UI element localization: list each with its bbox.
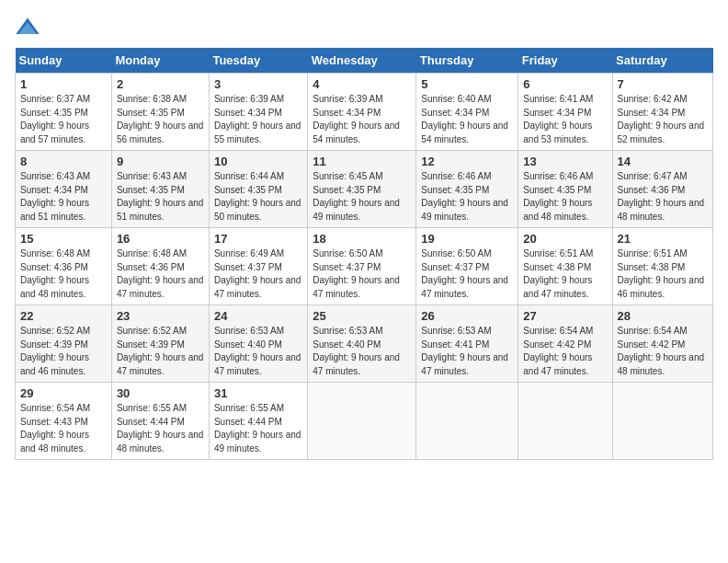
day-detail: Sunrise: 6:54 AMSunset: 4:42 PMDaylight:… — [618, 325, 708, 378]
calendar-cell: 1Sunrise: 6:37 AMSunset: 4:35 PMDaylight… — [16, 74, 112, 151]
day-number: 17 — [214, 232, 302, 246]
calendar-cell: 6Sunrise: 6:41 AMSunset: 4:34 PMDaylight… — [518, 74, 612, 151]
day-detail: Sunrise: 6:47 AMSunset: 4:36 PMDaylight:… — [618, 170, 708, 224]
calendar-week-1: 1Sunrise: 6:37 AMSunset: 4:35 PMDaylight… — [16, 74, 713, 151]
day-number: 19 — [421, 232, 513, 246]
header-wednesday: Wednesday — [308, 48, 416, 74]
day-number: 23 — [117, 309, 204, 323]
calendar-cell: 24Sunrise: 6:53 AMSunset: 4:40 PMDayligh… — [209, 305, 307, 383]
calendar-week-5: 29Sunrise: 6:54 AMSunset: 4:43 PMDayligh… — [16, 383, 713, 460]
calendar-cell: 26Sunrise: 6:53 AMSunset: 4:41 PMDayligh… — [416, 305, 518, 383]
day-detail: Sunrise: 6:52 AMSunset: 4:39 PMDaylight:… — [117, 325, 204, 378]
calendar-cell: 16Sunrise: 6:48 AMSunset: 4:36 PMDayligh… — [111, 228, 209, 305]
day-number: 10 — [214, 155, 302, 168]
day-number: 20 — [523, 232, 607, 246]
day-number: 12 — [421, 155, 513, 168]
calendar-cell: 3Sunrise: 6:39 AMSunset: 4:34 PMDaylight… — [209, 74, 307, 151]
day-number: 11 — [313, 155, 411, 168]
day-number: 13 — [523, 155, 607, 168]
calendar-cell: 5Sunrise: 6:40 AMSunset: 4:34 PMDaylight… — [416, 74, 518, 151]
calendar-cell: 27Sunrise: 6:54 AMSunset: 4:42 PMDayligh… — [518, 305, 612, 383]
calendar-cell: 20Sunrise: 6:51 AMSunset: 4:38 PMDayligh… — [518, 228, 612, 305]
day-detail: Sunrise: 6:53 AMSunset: 4:40 PMDaylight:… — [214, 325, 302, 378]
calendar-week-4: 22Sunrise: 6:52 AMSunset: 4:39 PMDayligh… — [16, 305, 713, 383]
day-number: 15 — [20, 232, 107, 246]
day-detail: Sunrise: 6:38 AMSunset: 4:35 PMDaylight:… — [117, 93, 204, 146]
day-detail: Sunrise: 6:39 AMSunset: 4:34 PMDaylight:… — [214, 93, 302, 146]
day-number: 31 — [214, 386, 302, 400]
header-friday: Friday — [518, 48, 612, 74]
day-number: 5 — [421, 77, 513, 91]
calendar-cell: 30Sunrise: 6:55 AMSunset: 4:44 PMDayligh… — [111, 383, 209, 460]
day-detail: Sunrise: 6:48 AMSunset: 4:36 PMDaylight:… — [20, 247, 107, 301]
day-number: 16 — [117, 232, 204, 246]
day-detail: Sunrise: 6:53 AMSunset: 4:41 PMDaylight:… — [421, 325, 513, 378]
header-sunday: Sunday — [16, 48, 112, 74]
logo-icon — [15, 15, 40, 40]
calendar-cell: 29Sunrise: 6:54 AMSunset: 4:43 PMDayligh… — [16, 383, 112, 460]
day-detail: Sunrise: 6:46 AMSunset: 4:35 PMDaylight:… — [421, 170, 513, 224]
logo — [15, 15, 44, 40]
calendar-cell — [612, 383, 712, 460]
day-number: 22 — [20, 309, 107, 323]
day-detail: Sunrise: 6:52 AMSunset: 4:39 PMDaylight:… — [20, 325, 107, 378]
day-detail: Sunrise: 6:53 AMSunset: 4:40 PMDaylight:… — [313, 325, 411, 378]
calendar-cell: 25Sunrise: 6:53 AMSunset: 4:40 PMDayligh… — [308, 305, 416, 383]
day-number: 3 — [214, 77, 302, 91]
calendar-cell: 19Sunrise: 6:50 AMSunset: 4:37 PMDayligh… — [416, 228, 518, 305]
day-detail: Sunrise: 6:51 AMSunset: 4:38 PMDaylight:… — [618, 247, 708, 301]
day-detail: Sunrise: 6:37 AMSunset: 4:35 PMDaylight:… — [20, 93, 107, 146]
calendar-table: SundayMondayTuesdayWednesdayThursdayFrid… — [15, 48, 713, 460]
day-number: 26 — [421, 309, 513, 323]
day-number: 25 — [313, 309, 411, 323]
calendar-cell: 11Sunrise: 6:45 AMSunset: 4:35 PMDayligh… — [308, 151, 416, 228]
calendar-cell: 21Sunrise: 6:51 AMSunset: 4:38 PMDayligh… — [612, 228, 712, 305]
day-detail: Sunrise: 6:54 AMSunset: 4:43 PMDaylight:… — [20, 402, 107, 455]
calendar-cell: 15Sunrise: 6:48 AMSunset: 4:36 PMDayligh… — [16, 228, 112, 305]
calendar-header-row: SundayMondayTuesdayWednesdayThursdayFrid… — [16, 48, 713, 74]
calendar-week-2: 8Sunrise: 6:43 AMSunset: 4:34 PMDaylight… — [16, 151, 713, 228]
page-header — [15, 15, 713, 40]
calendar-cell: 28Sunrise: 6:54 AMSunset: 4:42 PMDayligh… — [612, 305, 712, 383]
calendar-cell: 2Sunrise: 6:38 AMSunset: 4:35 PMDaylight… — [111, 74, 209, 151]
calendar-cell: 18Sunrise: 6:50 AMSunset: 4:37 PMDayligh… — [308, 228, 416, 305]
day-detail: Sunrise: 6:49 AMSunset: 4:37 PMDaylight:… — [214, 247, 302, 301]
day-number: 14 — [618, 155, 708, 168]
day-detail: Sunrise: 6:41 AMSunset: 4:34 PMDaylight:… — [523, 93, 607, 146]
calendar-cell: 22Sunrise: 6:52 AMSunset: 4:39 PMDayligh… — [16, 305, 112, 383]
day-number: 29 — [20, 386, 107, 400]
day-detail: Sunrise: 6:40 AMSunset: 4:34 PMDaylight:… — [421, 93, 513, 146]
day-number: 24 — [214, 309, 302, 323]
day-number: 18 — [313, 232, 411, 246]
day-number: 7 — [618, 77, 708, 91]
calendar-cell: 8Sunrise: 6:43 AMSunset: 4:34 PMDaylight… — [16, 151, 112, 228]
day-number: 2 — [117, 77, 204, 91]
calendar-cell: 7Sunrise: 6:42 AMSunset: 4:34 PMDaylight… — [612, 74, 712, 151]
calendar-cell — [518, 383, 612, 460]
day-detail: Sunrise: 6:51 AMSunset: 4:38 PMDaylight:… — [523, 247, 607, 301]
header-saturday: Saturday — [612, 48, 712, 74]
day-number: 9 — [117, 155, 204, 168]
calendar-cell: 9Sunrise: 6:43 AMSunset: 4:35 PMDaylight… — [111, 151, 209, 228]
header-tuesday: Tuesday — [209, 48, 307, 74]
day-detail: Sunrise: 6:55 AMSunset: 4:44 PMDaylight:… — [117, 402, 204, 455]
day-detail: Sunrise: 6:42 AMSunset: 4:34 PMDaylight:… — [618, 93, 708, 146]
day-detail: Sunrise: 6:44 AMSunset: 4:35 PMDaylight:… — [214, 170, 302, 224]
calendar-cell: 13Sunrise: 6:46 AMSunset: 4:35 PMDayligh… — [518, 151, 612, 228]
calendar-cell: 12Sunrise: 6:46 AMSunset: 4:35 PMDayligh… — [416, 151, 518, 228]
day-detail: Sunrise: 6:55 AMSunset: 4:44 PMDaylight:… — [214, 402, 302, 455]
calendar-cell: 17Sunrise: 6:49 AMSunset: 4:37 PMDayligh… — [209, 228, 307, 305]
day-number: 28 — [618, 309, 708, 323]
calendar-cell — [308, 383, 416, 460]
day-number: 1 — [20, 77, 107, 91]
day-detail: Sunrise: 6:43 AMSunset: 4:34 PMDaylight:… — [20, 170, 107, 224]
day-detail: Sunrise: 6:48 AMSunset: 4:36 PMDaylight:… — [117, 247, 204, 301]
calendar-cell — [416, 383, 518, 460]
calendar-cell: 14Sunrise: 6:47 AMSunset: 4:36 PMDayligh… — [612, 151, 712, 228]
day-number: 6 — [523, 77, 607, 91]
day-number: 21 — [618, 232, 708, 246]
calendar-week-3: 15Sunrise: 6:48 AMSunset: 4:36 PMDayligh… — [16, 228, 713, 305]
day-detail: Sunrise: 6:54 AMSunset: 4:42 PMDaylight:… — [523, 325, 607, 378]
day-detail: Sunrise: 6:50 AMSunset: 4:37 PMDaylight:… — [421, 247, 513, 301]
day-detail: Sunrise: 6:45 AMSunset: 4:35 PMDaylight:… — [313, 170, 411, 224]
